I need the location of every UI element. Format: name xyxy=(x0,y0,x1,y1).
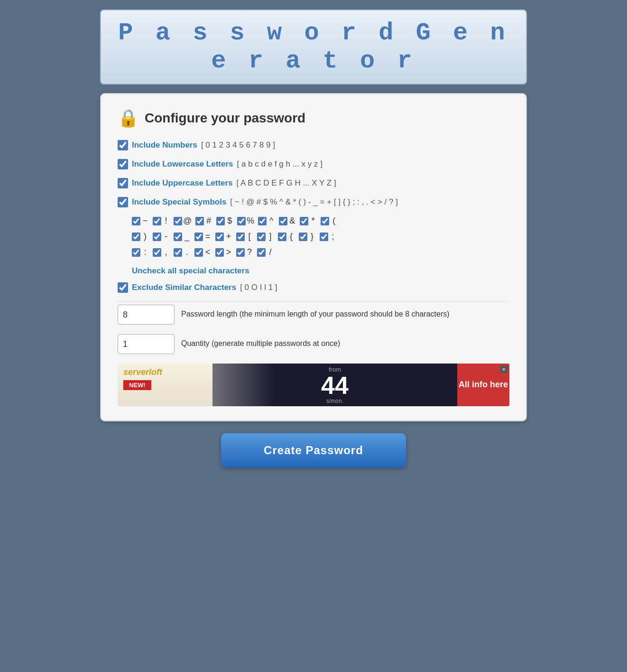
char-checkbox-percent[interactable] xyxy=(237,217,246,225)
char-checkbox-tilde[interactable] xyxy=(132,217,140,225)
char-item-gt: > xyxy=(215,247,232,257)
exclude-similar-row: Exclude Similar Characters [ 0 O I l 1 ] xyxy=(118,282,509,293)
char-checkbox-at[interactable] xyxy=(174,217,182,225)
special-chars-row-3: : , . < > ? / xyxy=(132,247,509,259)
char-checkbox-equals[interactable] xyxy=(194,233,203,241)
quantity-description: Quantity (generate multiple passwords at… xyxy=(181,334,340,349)
char-item-rbrace: } xyxy=(299,232,316,242)
char-checkbox-lt[interactable] xyxy=(194,248,203,257)
include-uppercase-row: Include Uppercase Letters [ A B C D E F … xyxy=(118,178,509,188)
exclude-similar-label[interactable]: Exclude Similar Characters xyxy=(132,283,236,292)
char-item-semicolon: ; xyxy=(320,232,337,242)
ad-cta-text: All info here xyxy=(459,379,508,390)
header-box: P a s s w o r d G e n e r a t o r xyxy=(100,9,527,84)
password-length-row: ▲ ▼ Password length (the minimum length … xyxy=(118,305,509,325)
char-item-tilde: ~ xyxy=(132,216,149,226)
char-item-comma: , xyxy=(153,247,170,257)
create-password-button[interactable]: Create Password xyxy=(221,433,406,467)
char-item-at: @ xyxy=(174,216,192,226)
char-checkbox-question[interactable] xyxy=(236,248,245,257)
configure-header: 🔒 Configure your password xyxy=(118,108,509,128)
char-checkbox-colon[interactable] xyxy=(132,248,140,257)
include-lowercase-row: Include Lowercase Letters [ a b c d e f … xyxy=(118,159,509,169)
include-uppercase-label[interactable]: Include Uppercase Letters xyxy=(132,178,233,188)
ad-brand: serverloft xyxy=(123,367,162,377)
char-checkbox-exclaim[interactable] xyxy=(153,217,161,225)
char-item-minus: - xyxy=(153,232,170,242)
exclude-similar-suffix: [ 0 O I l 1 ] xyxy=(240,283,277,292)
char-checkbox-lbracket[interactable] xyxy=(236,233,245,241)
char-checkbox-lbrace[interactable] xyxy=(278,233,286,241)
ad-per-text: s/mon. xyxy=(326,398,343,404)
char-checkbox-slash[interactable] xyxy=(257,248,266,257)
char-item-rparen: ) xyxy=(132,232,149,242)
char-item-hash: # xyxy=(195,216,212,226)
include-lowercase-suffix: [ a b c d e f g h ... x y z ] xyxy=(237,159,323,169)
char-checkbox-semicolon[interactable] xyxy=(320,233,328,241)
special-chars-row-2: ) - _ = + [ ] xyxy=(132,232,509,243)
char-checkbox-rparen[interactable] xyxy=(132,233,140,241)
char-item-lparen: ( xyxy=(321,216,338,226)
main-panel: 🔒 Configure your password Include Number… xyxy=(100,93,527,421)
char-item-rbracket: ] xyxy=(257,232,274,242)
char-checkbox-period[interactable] xyxy=(174,248,182,257)
ad-left-section: serverloft NEW! xyxy=(118,364,212,406)
char-item-amp: & xyxy=(279,216,296,226)
special-chars-grid: ~ ! @ # $ % ^ xyxy=(132,216,509,259)
include-lowercase-label[interactable]: Include Lowercase Letters xyxy=(132,159,233,169)
char-checkbox-comma[interactable] xyxy=(153,248,161,257)
char-item-caret: ^ xyxy=(258,216,275,226)
special-chars-row-1: ~ ! @ # $ % ^ xyxy=(132,216,509,228)
include-numbers-row: Include Numbers [ 0 1 2 3 4 5 6 7 8 9 ] xyxy=(118,140,509,150)
include-lowercase-checkbox[interactable] xyxy=(118,159,128,169)
char-checkbox-caret[interactable] xyxy=(258,217,267,225)
include-numbers-label[interactable]: Include Numbers xyxy=(132,140,197,150)
char-checkbox-gt[interactable] xyxy=(215,248,224,257)
exclude-similar-checkbox[interactable] xyxy=(118,282,128,293)
include-numbers-suffix: [ 0 1 2 3 4 5 6 7 8 9 ] xyxy=(201,140,275,150)
ad-new-label: NEW! xyxy=(123,380,151,390)
char-checkbox-dollar[interactable] xyxy=(216,217,225,225)
char-item-period: . xyxy=(174,247,191,257)
include-uppercase-suffix: [ A B C D E F G H ... X Y Z ] xyxy=(237,178,336,188)
char-item-underscore: _ xyxy=(174,232,191,242)
page-title: P a s s w o r d G e n e r a t o r xyxy=(111,19,516,75)
password-length-input[interactable] xyxy=(118,310,175,320)
char-item-lt: < xyxy=(194,247,212,257)
ad-close-button[interactable]: ✕ xyxy=(500,365,507,373)
char-item-plus: + xyxy=(215,232,232,242)
include-special-checkbox[interactable] xyxy=(118,197,128,207)
char-item-equals: = xyxy=(194,232,212,242)
char-item-lbrace: { xyxy=(278,232,295,242)
char-item-lbracket: [ xyxy=(236,232,253,242)
char-checkbox-plus[interactable] xyxy=(215,233,224,241)
char-item-question: ? xyxy=(236,247,253,257)
ad-number: 44 xyxy=(321,373,349,398)
char-checkbox-rbrace[interactable] xyxy=(299,233,307,241)
char-checkbox-star[interactable] xyxy=(300,217,308,225)
include-numbers-checkbox[interactable] xyxy=(118,140,128,150)
char-item-exclaim: ! xyxy=(153,216,170,226)
char-checkbox-minus[interactable] xyxy=(153,233,161,241)
char-checkbox-underscore[interactable] xyxy=(174,233,182,241)
char-item-dollar: $ xyxy=(216,216,233,226)
configure-title: Configure your password xyxy=(145,111,305,126)
include-special-suffix: [ ~ ! @ # $ % ^ & * ( ) - _ = + [ ] { } … xyxy=(230,197,398,207)
password-length-spinner[interactable]: ▲ ▼ xyxy=(118,305,175,325)
quantity-row: ▲ ▼ Quantity (generate multiple password… xyxy=(118,334,509,354)
include-special-row: Include Special Symbols [ ~ ! @ # $ % ^ … xyxy=(118,197,509,207)
char-checkbox-amp[interactable] xyxy=(279,217,287,225)
char-item-colon: : xyxy=(132,247,149,257)
include-uppercase-checkbox[interactable] xyxy=(118,178,128,188)
quantity-spinner[interactable]: ▲ ▼ xyxy=(118,334,175,354)
char-checkbox-rbracket[interactable] xyxy=(257,233,266,241)
quantity-input[interactable] xyxy=(118,339,175,349)
char-checkbox-lparen[interactable] xyxy=(321,217,329,225)
password-length-description: Password length (the minimum length of y… xyxy=(181,305,450,320)
include-special-label[interactable]: Include Special Symbols xyxy=(132,197,226,207)
char-item-percent: % xyxy=(237,216,254,226)
uncheck-all-link[interactable]: Uncheck all special characters xyxy=(132,266,509,276)
ad-middle-section: from 44 s/mon. xyxy=(212,364,457,406)
char-checkbox-hash[interactable] xyxy=(195,217,204,225)
char-item-star: * xyxy=(300,216,317,226)
